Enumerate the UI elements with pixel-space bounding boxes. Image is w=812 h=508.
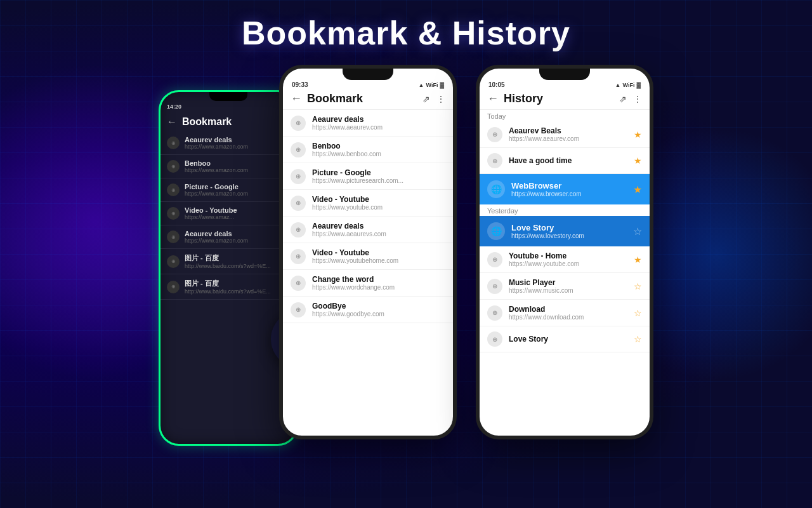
list-item: ⊕ Video - Youtube https://www.youtubehom… xyxy=(283,243,453,270)
site-url: https://www.amazon.com xyxy=(185,190,290,197)
site-info: Picture - Google https://www.amazon.com xyxy=(185,183,290,197)
list-item: ⊕ Video - Youtube https://www.amaz... xyxy=(160,202,296,225)
site-url: https://www.wordchange.com xyxy=(312,284,445,291)
today-section-label: Today xyxy=(480,110,650,121)
right-status-time: 10:05 xyxy=(488,81,505,88)
center-back-arrow-icon[interactable]: ← xyxy=(291,92,302,105)
star-outline-icon[interactable]: ☆ xyxy=(634,334,642,344)
site-info: Benboo https://www.benboo.com xyxy=(312,142,445,157)
site-info: Change the word https://www.wordchange.c… xyxy=(312,275,445,291)
dark-phone-header: ← Bookmark xyxy=(160,112,296,131)
site-icon: ⊕ xyxy=(167,184,180,196)
yesterday-section-label: Yesterday xyxy=(480,204,650,216)
highlighted-list-item: 🌐 WebBrowser https://www.browser.com ★ xyxy=(480,174,650,204)
share-icon[interactable]: ⇗ xyxy=(422,94,430,104)
star-outline-icon[interactable]: ☆ xyxy=(633,225,642,237)
site-name: 图片 - 百度 xyxy=(185,253,290,263)
right-phone: 10:05 ▲ WiFi ▓ ← History ⇗ ⋮ T xyxy=(476,65,653,439)
site-icon: ⊕ xyxy=(487,279,502,294)
site-name: Aeaurev deals xyxy=(312,222,445,231)
right-back-arrow-icon[interactable]: ← xyxy=(487,92,499,105)
site-icon: ⊕ xyxy=(487,305,502,321)
more-icon[interactable]: ⋮ xyxy=(436,94,445,104)
site-icon: ⊕ xyxy=(167,160,180,173)
center-status-time: 09:33 xyxy=(292,81,308,88)
site-info: Love Story xyxy=(509,335,627,344)
site-name: Video - Youtube xyxy=(312,195,445,204)
dark-back-arrow-icon[interactable]: ← xyxy=(167,116,177,128)
site-info: Benboo https://www.amazon.com xyxy=(185,159,290,173)
globe-icon: 🌐 xyxy=(487,180,505,198)
right-phone-header: ← History ⇗ ⋮ xyxy=(480,88,650,110)
site-info: Aeaurev deals https://www.aeaurevs.com xyxy=(312,222,445,237)
site-info: 图片 - 百度 http://www.baidu.com/s?wd=%E... xyxy=(185,279,290,295)
list-item: ⊕ Aeaurev deals https://www.aeaurevs.com xyxy=(283,217,453,243)
site-icon: ⊕ xyxy=(291,196,306,211)
site-info: Have a good time xyxy=(509,156,627,165)
site-name: Picture - Google xyxy=(185,183,290,190)
list-item: ⊕ Aeaurev deals https://www.amazon.com xyxy=(160,225,296,249)
list-item: ⊕ Download https://www.download.com ☆ xyxy=(480,300,650,326)
star-filled-icon[interactable]: ★ xyxy=(634,255,642,265)
dark-header-title: Bookmark xyxy=(182,116,290,128)
site-url: https://www.aeaurevs.com xyxy=(312,231,445,237)
site-url: https://www.amazon.com xyxy=(185,144,290,150)
star-filled-icon[interactable]: ★ xyxy=(634,130,642,140)
dark-status-time: 14:20 xyxy=(167,104,181,110)
site-info: Youtube - Home https://www.youtube.com xyxy=(509,251,627,267)
right-status-bar: 10:05 ▲ WiFi ▓ xyxy=(480,80,650,88)
right-wifi-icon: WiFi xyxy=(623,82,635,88)
dark-phone-inner: 14:20 ▲ ▓ ← Bookmark ⊕ Aeaurev deals xyxy=(160,101,296,444)
site-url: https://www.amazon.com xyxy=(185,237,290,244)
star-outline-icon[interactable]: ☆ xyxy=(634,281,642,291)
site-icon: ⊕ xyxy=(291,142,306,157)
site-url: https://www.youtube.com xyxy=(509,260,627,267)
site-info: Video - Youtube https://www.youtube.com xyxy=(312,195,445,211)
list-item: ⊕ Change the word https://www.wordchange… xyxy=(283,270,453,297)
list-item: ⊕ Video - Youtube https://www.youtube.co… xyxy=(283,190,453,217)
right-share-icon[interactable]: ⇗ xyxy=(619,94,627,104)
site-info: Aeaurev Beals https://www.aeaurev.com xyxy=(509,126,627,142)
list-item: ⊕ Aeaurev deals https://www.aeaurev.com xyxy=(283,110,453,137)
site-icon: ⊕ xyxy=(291,276,306,291)
center-phone-notch xyxy=(343,69,393,80)
site-info: Video - Youtube https://www.amaz... xyxy=(185,206,290,220)
right-battery-icon: ▓ xyxy=(636,82,641,88)
star-outline-icon[interactable]: ☆ xyxy=(634,308,642,318)
list-item: ⊕ GoodBye https://www.goodbye.com xyxy=(283,297,453,323)
list-item: ⊕ Picture - Google https://www.amazon.co… xyxy=(160,178,296,202)
site-icon: ⊕ xyxy=(487,252,502,267)
list-item: ⊕ 图片 - 百度 http://www.baidu.com/s?wd=%E..… xyxy=(160,274,296,300)
site-url: https://www.aeaurev.com xyxy=(509,135,627,142)
dark-phone-status-bar: 14:20 ▲ ▓ xyxy=(160,101,296,112)
star-filled-icon[interactable]: ★ xyxy=(634,156,642,166)
site-url: https://www.amaz... xyxy=(185,214,290,220)
right-more-icon[interactable]: ⋮ xyxy=(633,94,642,104)
right-header-icons: ⇗ ⋮ xyxy=(619,94,642,104)
site-name: Love Story xyxy=(511,223,627,232)
site-icon: ⊕ xyxy=(167,255,180,268)
center-bookmark-list: ⊕ Aeaurev deals https://www.aeaurev.com … xyxy=(283,110,453,436)
right-signal-icon: ▲ xyxy=(615,82,621,88)
star-filled-icon[interactable]: ★ xyxy=(633,184,642,196)
site-url: http://www.baidu.com/s?wd=%E... xyxy=(185,288,290,295)
site-name: Benboo xyxy=(185,159,290,167)
center-phone-inner: 09:33 ▲ WiFi ▓ ← Bookmark ⇗ ⋮ xyxy=(283,80,453,436)
list-item: ⊕ Aeaurev deals https://www.amazon.com xyxy=(160,131,296,155)
globe-icon: 🌐 xyxy=(487,222,505,240)
list-item: ⊕ Youtube - Home https://www.youtube.com… xyxy=(480,246,650,273)
site-name: Video - Youtube xyxy=(185,206,290,214)
site-url: https://www.goodbye.com xyxy=(312,311,445,318)
dark-phone-notch xyxy=(209,92,247,101)
site-icon: ⊕ xyxy=(291,222,306,237)
site-info: Download https://www.download.com xyxy=(509,305,627,321)
site-url: https://www.download.com xyxy=(509,314,627,321)
dark-phone: 14:20 ▲ ▓ ← Bookmark ⊕ Aeaurev deals xyxy=(159,90,298,446)
list-item: ⊕ Love Story ☆ xyxy=(480,326,650,352)
dark-bookmark-list: ⊕ Aeaurev deals https://www.amazon.com ⊕… xyxy=(160,131,296,444)
right-status-icons: ▲ WiFi ▓ xyxy=(615,82,641,88)
site-icon: ⊕ xyxy=(291,169,306,184)
site-url: http://www.baidu.com/s?wd=%E... xyxy=(185,263,290,269)
site-info: GoodBye https://www.goodbye.com xyxy=(312,302,445,318)
site-info: Aeaurev deals https://www.amazon.com xyxy=(185,230,290,244)
